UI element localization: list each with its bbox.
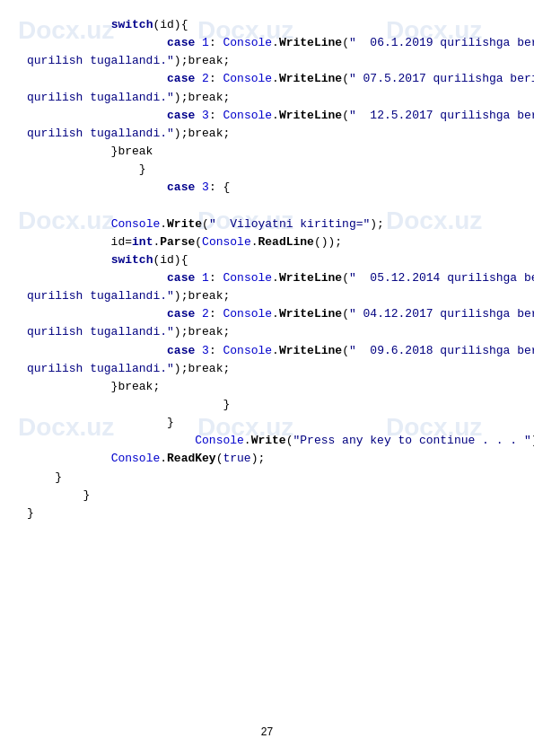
page-number: 27 xyxy=(0,725,534,738)
code-line-26: } xyxy=(27,487,507,505)
code-line-14: case 1: Console.WriteLine(" 05.12.2014 q… xyxy=(27,269,507,287)
code-line-7: qurilish tugallandi.");break; xyxy=(27,125,507,143)
code-line-25: } xyxy=(27,469,507,487)
code-line-24: Console.ReadKey(true); xyxy=(27,450,507,468)
code-line-9: } xyxy=(27,161,507,179)
code-line-2: case 1: Console.WriteLine(" 06.1.2019 qu… xyxy=(27,34,507,52)
code-line-22: } xyxy=(27,414,507,432)
code-line-16: case 2: Console.WriteLine(" 04.12.2017 q… xyxy=(27,305,507,323)
code-line-6: case 3: Console.WriteLine(" 12.5.2017 qu… xyxy=(27,107,507,125)
code-line-13: switch(id){ xyxy=(27,251,507,269)
code-line-23: Console.Write("Press any key to continue… xyxy=(27,432,507,450)
code-line-17: qurilish tugallandi.");break; xyxy=(27,323,507,341)
code-line-27: } xyxy=(27,505,507,523)
code-line-8: }break xyxy=(27,143,507,161)
code-line-11: Console.Write(" Viloyatni kiriting="); xyxy=(27,215,507,233)
code-line-1: switch(id){ xyxy=(27,16,507,34)
code-line-20: }break; xyxy=(27,378,507,396)
code-line-5: qurilish tugallandi.");break; xyxy=(27,89,507,107)
code-line-15: qurilish tugallandi.");break; xyxy=(27,287,507,305)
code-line-blank1 xyxy=(27,197,507,215)
code-line-10: case 3: { xyxy=(27,179,507,197)
code-line-12: id=int.Parse(Console.ReadLine()); xyxy=(27,233,507,251)
code-block: switch(id){ case 1: Console.WriteLine(" … xyxy=(0,0,534,576)
code-line-3: qurilish tugallandi.");break; xyxy=(27,52,507,70)
code-line-18: case 3: Console.WriteLine(" 09.6.2018 qu… xyxy=(27,342,507,360)
code-line-19: qurilish tugallandi.");break; xyxy=(27,360,507,378)
code-line-4: case 2: Console.WriteLine(" 07.5.2017 qu… xyxy=(27,70,507,88)
code-line-21: } xyxy=(27,396,507,414)
